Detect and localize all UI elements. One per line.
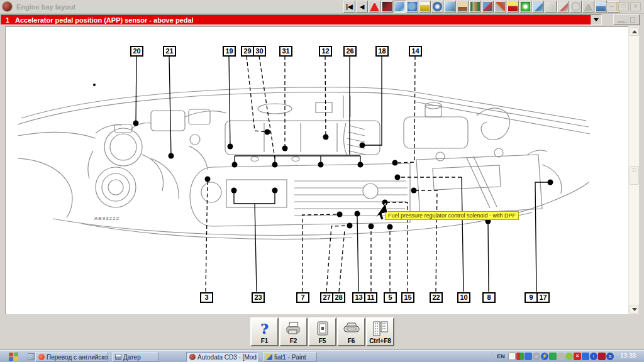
download-bolt-icon[interactable]: ⚡ <box>541 353 548 360</box>
volume-icon[interactable] <box>582 353 589 360</box>
info-icon[interactable]: i <box>590 353 597 360</box>
component-dropdown-field[interactable]: 1 Accelerator pedal position (APP) senso… <box>1 15 591 25</box>
callout-box[interactable]: 14 <box>409 46 422 57</box>
scrollbar-thumb[interactable] <box>630 166 639 185</box>
vehicle-hoist-icon[interactable] <box>381 1 393 13</box>
antivirus-icon[interactable] <box>516 353 524 360</box>
fault-list-icon <box>372 320 389 337</box>
close-icon[interactable]: ✕ <box>630 2 641 11</box>
callout-box[interactable]: 26 <box>343 46 357 57</box>
cd-data-icon[interactable] <box>519 1 531 13</box>
callout-box[interactable]: 22 <box>430 292 443 303</box>
callout-box[interactable]: 9 <box>525 292 538 303</box>
callout-box[interactable]: 17 <box>536 292 550 303</box>
function-key-panel: ? F1 F2 F5 F6 Ctrl+F8 <box>0 314 644 349</box>
engine-bay-drawing <box>0 25 644 314</box>
autodata-icon <box>189 354 196 360</box>
window-title: Engine bay layout <box>16 3 75 11</box>
spark-plug-icon[interactable] <box>494 1 506 13</box>
hazard-icon[interactable] <box>582 1 594 13</box>
suspension-icon[interactable] <box>444 1 456 13</box>
task-translator[interactable]: Перевод с английско... <box>35 352 108 362</box>
dropdown-arrow-icon[interactable] <box>591 15 601 25</box>
callout-box[interactable]: 19 <box>223 46 236 57</box>
start-button[interactable] <box>9 352 19 361</box>
figure-code: AB93222 <box>94 216 119 221</box>
callout-box[interactable]: 31 <box>279 46 292 57</box>
scroll-up-icon[interactable] <box>630 27 639 36</box>
callout-box[interactable]: 15 <box>401 292 414 303</box>
service-car-icon[interactable] <box>507 1 519 13</box>
callout-box[interactable]: 28 <box>332 292 345 303</box>
acronis-icon[interactable]: a <box>606 353 614 360</box>
device-button[interactable]: F6 <box>337 317 365 346</box>
blue-car-icon[interactable] <box>595 1 607 13</box>
back-icon[interactable]: ◀ <box>356 1 368 13</box>
engine-management-icon[interactable] <box>482 1 494 13</box>
network-pc-icon[interactable] <box>525 353 532 360</box>
utorrent-icon[interactable] <box>565 353 573 360</box>
car-body-icon[interactable] <box>419 1 431 13</box>
task-autodata[interactable]: Autodata CD3 - [Mode... <box>186 352 258 362</box>
app-icon <box>3 2 12 11</box>
component-tooltip: Fuel pressure regulator control solenoid… <box>385 211 519 220</box>
goto-box-icon <box>630 17 635 23</box>
callout-box[interactable]: 30 <box>253 46 266 57</box>
red-app-icon[interactable] <box>598 353 606 360</box>
trolley-icon[interactable] <box>557 1 569 13</box>
mouse-icon[interactable] <box>557 353 565 360</box>
callout-box[interactable]: 7 <box>296 292 309 303</box>
dashboard-icon[interactable] <box>457 1 469 13</box>
task-dater[interactable]: Датер <box>112 352 158 362</box>
callout-box[interactable]: 27 <box>320 292 333 303</box>
wheel-icon[interactable] <box>431 1 443 13</box>
callout-box[interactable]: 20 <box>130 46 143 57</box>
callout-box[interactable]: 5 <box>384 292 397 303</box>
printer-icon <box>286 320 302 337</box>
manual-button[interactable]: F5 <box>308 317 336 346</box>
callout-box[interactable]: 13 <box>352 292 365 303</box>
scroll-down-icon[interactable] <box>630 305 639 314</box>
language-indicator[interactable]: EN <box>496 353 506 361</box>
technical-data-globe-icon[interactable] <box>406 1 418 13</box>
error-x-icon[interactable]: ✕ <box>574 353 581 360</box>
callout-box[interactable]: 12 <box>319 46 332 57</box>
callout-box[interactable]: 18 <box>375 46 389 57</box>
dater-icon <box>115 354 121 360</box>
help-icon: ? <box>260 321 269 337</box>
function-buttons: ? F1 F2 F5 F6 Ctrl+F8 <box>250 317 395 346</box>
lamp-icon[interactable] <box>570 1 582 13</box>
callout-box[interactable]: 10 <box>457 292 470 303</box>
print-button[interactable]: F2 <box>279 317 308 346</box>
callout-box[interactable]: 8 <box>482 292 496 303</box>
fault-list-button[interactable]: Ctrl+F8 <box>366 317 394 346</box>
minimize-icon[interactable]: ─ <box>606 2 617 11</box>
wiring-diagram-icon[interactable] <box>394 1 406 13</box>
goto-component-button[interactable] <box>613 14 640 25</box>
title-bar: Engine bay layout |◀ ◀ ─ □ ✕ <box>0 0 644 14</box>
tray-divider <box>492 352 492 361</box>
notes-icon[interactable] <box>508 353 516 360</box>
help-button[interactable]: ? F1 <box>250 317 279 346</box>
callout-box[interactable]: 11 <box>364 292 377 303</box>
warning-triangle-icon[interactable] <box>369 1 380 13</box>
door-icon[interactable] <box>469 1 481 13</box>
task-paint[interactable]: fiat1 - Paint <box>263 352 317 362</box>
manual-icon <box>316 320 330 337</box>
restore-icon[interactable]: □ <box>618 2 629 11</box>
quick-launch-icon[interactable] <box>28 353 35 360</box>
diagram-area: 20 21 19 29 30 31 12 26 18 14 3 23 7 27 … <box>0 26 644 314</box>
component-dropdown[interactable]: 1 Accelerator pedal position (APP) senso… <box>1 14 602 25</box>
usb-icon[interactable] <box>549 353 557 360</box>
sketch-icon[interactable] <box>545 1 557 13</box>
vertical-scrollbar[interactable] <box>628 26 639 314</box>
callout-box[interactable]: 29 <box>241 46 254 57</box>
callout-box[interactable]: 3 <box>200 292 213 303</box>
goto-lines-icon <box>618 17 629 23</box>
callout-box[interactable]: 23 <box>252 292 265 303</box>
callout-box[interactable]: 21 <box>163 46 176 57</box>
car-notes-icon[interactable] <box>532 1 544 13</box>
taskbar-clock[interactable]: 13:38 <box>620 353 636 359</box>
clock-coin-icon[interactable] <box>533 353 540 360</box>
first-page-icon[interactable]: |◀ <box>343 1 355 13</box>
